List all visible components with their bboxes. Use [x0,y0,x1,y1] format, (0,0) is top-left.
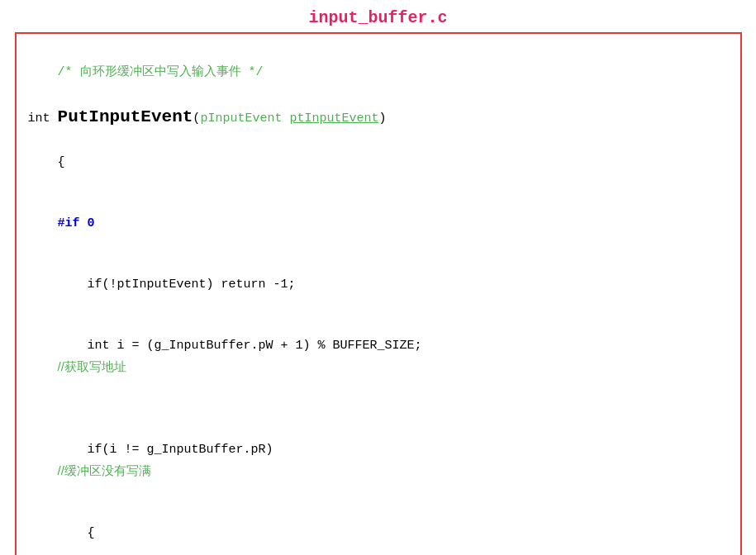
param-space [282,109,289,130]
line-if-i: if(i != g_InputBuffer.pR) //缓冲区没有写满 [28,420,729,503]
comment-top: /* 向环形缓冲区中写入输入事件 */ [28,42,729,103]
param1-type: pInputEvent [200,109,282,130]
func-signature-line: int PutInputEvent ( pInputEvent ptInputE… [28,103,729,132]
brace-inner-open: { [28,503,729,555]
brace-open: { [28,132,729,193]
paren-open: ( [193,109,200,130]
int-keyword: int [28,109,50,130]
code-outer-box: /* 向环形缓冲区中写入输入事件 */ int PutInputEvent ( … [15,32,742,555]
preprocessor-if0: #if 0 [28,193,729,254]
paren-close: ) [378,109,386,130]
func-space [50,109,58,130]
func-name: PutInputEvent [58,103,193,132]
blank1 [28,400,729,420]
line-int-i: int i = (g_InputBuffer.pW + 1) % BUFFER_… [28,316,729,400]
param1-name: ptInputEvent [289,109,378,130]
page-title: input_buffer.c [308,8,447,27]
line-if-null: if(!ptInputEvent) return -1; [28,254,729,315]
